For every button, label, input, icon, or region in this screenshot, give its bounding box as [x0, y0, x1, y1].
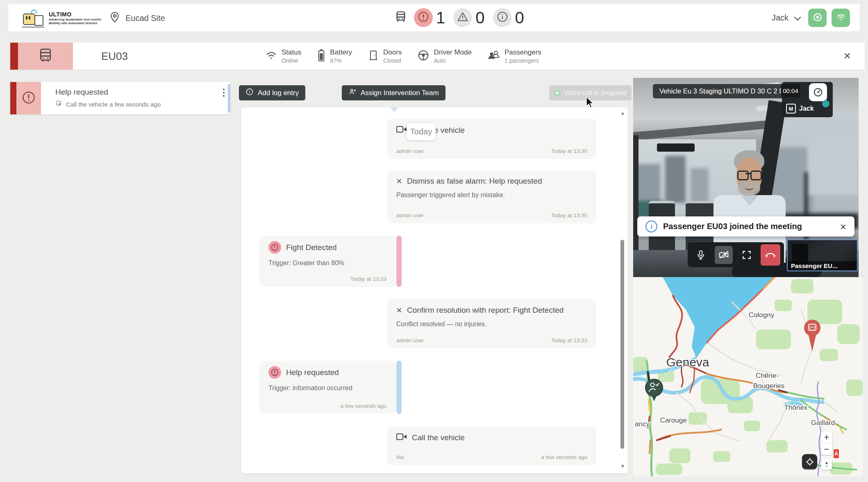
record-button[interactable]: [808, 9, 827, 27]
site-label: Eucad Site: [125, 14, 165, 23]
map-label-thonex: Thônex: [784, 404, 808, 412]
activity-log-panel: Today Call the vehicle admin userToday a…: [241, 107, 628, 473]
entry-accent-strip: [396, 236, 402, 287]
call-controls: [688, 242, 784, 267]
call-timer: 00:04: [781, 84, 800, 97]
zoom-in-button[interactable]: +: [821, 432, 832, 443]
wifi-status-icon: [265, 49, 277, 63]
alert-circle-icon: [417, 11, 429, 25]
zoom-out-button[interactable]: −: [821, 443, 832, 455]
record-icon: [812, 12, 823, 24]
entry-author: admin user: [396, 212, 424, 218]
map-label-chene: Chêne-: [756, 372, 779, 380]
log-entry[interactable]: ×Confirm resolution with report: Fight D…: [387, 299, 596, 348]
info-circle-icon: [496, 11, 509, 25]
video-camera-icon: [396, 125, 407, 135]
brand-tagline: Advancing Sustainable User-centric Mobil…: [49, 18, 101, 25]
compass-button[interactable]: ▲▼: [821, 459, 832, 470]
log-scrollbar[interactable]: [620, 240, 624, 449]
scroll-up-icon[interactable]: ▲: [620, 110, 625, 116]
add-log-entry-button[interactable]: Add log entry: [239, 85, 305, 100]
self-name: Jack: [799, 105, 814, 112]
assign-intervention-team-button[interactable]: Assign Intervention Team: [342, 85, 445, 100]
info-badge[interactable]: [493, 8, 512, 27]
critical-alert-badge[interactable]: [414, 8, 433, 27]
log-entry[interactable]: ×Dismiss as false alarm: Help requested …: [387, 170, 596, 223]
vehicle-status-bar: EU03 StatusOnline Battery87% DoorsClosed: [10, 43, 865, 70]
participant-label: Passenger EU...: [788, 261, 857, 271]
m-badge-icon: M: [786, 104, 796, 114]
warning-badge[interactable]: [453, 8, 472, 27]
entry-time: a few seconds ago: [340, 403, 386, 409]
app-root: ULTIMO Advancing Sustainable User-centri…: [0, 0, 868, 482]
entry-author: Me: [396, 454, 404, 460]
info-count: 0: [515, 8, 524, 27]
passengers-icon: [487, 49, 500, 63]
scroll-down-icon[interactable]: ▼: [620, 463, 625, 469]
entry-time: Today at 13:33: [551, 337, 587, 343]
entry-author: admin user: [396, 148, 424, 154]
stat-driver-mode: Driver ModeAuto: [417, 48, 472, 64]
steering-wheel-icon: [417, 49, 429, 63]
user-menu[interactable]: Jack: [772, 13, 788, 23]
alert-circle-icon: [21, 90, 36, 107]
alerts-scrollbar[interactable]: [228, 84, 230, 113]
alert-subtitle: Call the vehicle a few seconds ago: [55, 100, 161, 108]
microphone-button[interactable]: [692, 246, 710, 264]
meeting-notification: i Passenger EU03 joined the meeting ×: [637, 216, 854, 236]
video-camera-icon: [554, 90, 560, 96]
site-selector[interactable]: Eucad Site: [109, 11, 165, 25]
alert-stripe: [10, 82, 16, 114]
call-action-icon: [55, 100, 62, 108]
motorway-shield: A: [834, 449, 839, 458]
entry-accent-strip: [396, 361, 402, 414]
stat-passengers: Passengers1 passengers: [487, 48, 541, 64]
fleet-counters: 1 0 0: [394, 8, 532, 27]
person-add-icon: [348, 88, 357, 98]
door-icon: [368, 49, 379, 63]
dashboard-gauge-icon[interactable]: [809, 83, 827, 101]
map-zoom-control: + −: [821, 432, 832, 455]
alert-title: Help requested: [55, 88, 108, 97]
map-label-lancy: ancy: [635, 420, 650, 428]
map-panel[interactable]: Cologny Geneva Chêne- Bougeries Thônex C…: [633, 277, 863, 476]
entry-time: Today at 13:30: [551, 148, 587, 154]
close-notification-icon[interactable]: ×: [840, 223, 846, 231]
vehicle-alert-stripe: [10, 43, 18, 70]
participant-tile[interactable]: Passenger EU...: [787, 239, 858, 271]
alert-avatar: [16, 82, 41, 114]
alert-circle-icon: [268, 241, 281, 254]
stat-status: StatusOnline: [265, 48, 301, 64]
vehicle-stats: StatusOnline Battery87% DoorsClosed Driv…: [265, 43, 541, 70]
dismiss-icon: ×: [396, 177, 402, 185]
warning-count: 0: [475, 8, 484, 27]
vehicle-id: EU03: [101, 50, 128, 63]
bus-icon: [37, 47, 54, 65]
entry-time: Today at 13:30: [551, 212, 587, 218]
video-camera-icon: [396, 433, 407, 443]
alert-log-entry[interactable]: Fight Detected Trigger: Greater than 80%…: [259, 236, 395, 287]
map-label-geneva: Geneva: [666, 355, 709, 369]
locate-button[interactable]: [802, 454, 817, 469]
chevron-down-icon: [794, 14, 801, 20]
map-label-carouge: Carouge: [660, 416, 686, 424]
stat-doors: DoorsClosed: [368, 48, 402, 64]
alert-log-entry[interactable]: Help requested Trigger: information occu…: [259, 361, 395, 414]
top-header: ULTIMO Advancing Sustainable User-centri…: [8, 4, 860, 32]
kebab-menu-icon[interactable]: [223, 89, 225, 97]
alert-list-item[interactable]: Help requested Call the vehicle a few se…: [10, 82, 230, 114]
connectivity-button[interactable]: [832, 9, 850, 27]
log-entry[interactable]: Call the vehicle Mea few seconds ago: [387, 426, 596, 465]
fullscreen-button[interactable]: [738, 246, 756, 264]
entry-time: Today at 13:33: [350, 276, 386, 282]
info-circle-icon: [245, 88, 254, 98]
header-right: Jack: [772, 9, 850, 27]
entry-author: admin user: [396, 337, 424, 343]
entry-time: a few seconds ago: [541, 454, 587, 460]
camera-off-button[interactable]: [715, 246, 733, 264]
close-vehicle-icon[interactable]: ×: [843, 48, 851, 63]
alert-circle-icon: [268, 366, 281, 379]
hang-up-button[interactable]: [761, 244, 780, 266]
ultimo-logo: ULTIMO Advancing Sustainable User-centri…: [22, 9, 101, 27]
wifi-icon: [836, 12, 846, 24]
